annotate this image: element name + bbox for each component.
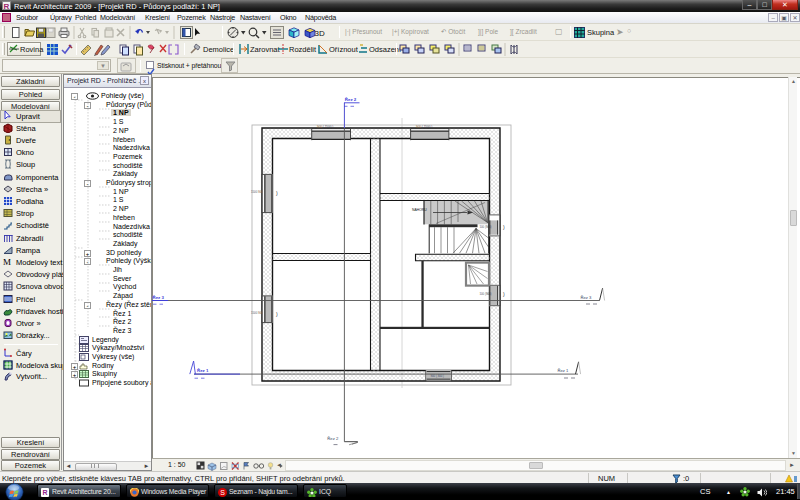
svg-text:100 (900): 100 (900) — [480, 225, 492, 229]
svg-text:): ) — [276, 190, 278, 196]
svg-text:Řez 1: Řez 1 — [197, 368, 209, 373]
svg-text:NAHORU: NAHORU — [412, 208, 427, 212]
svg-text:Řez 3: Řez 3 — [581, 295, 593, 300]
svg-text:Řez 1: Řez 1 — [558, 368, 570, 373]
svg-text:1500 900: 1500 900 — [251, 190, 263, 194]
svg-text:): ) — [503, 291, 505, 297]
svg-text:900 ( 1500 ): 900 ( 1500 ) — [416, 125, 432, 129]
svg-text:Řez 2: Řez 2 — [345, 97, 357, 102]
svg-text:1500 900: 1500 900 — [251, 311, 263, 315]
svg-text:900 ( 1500 ): 900 ( 1500 ) — [317, 125, 333, 129]
svg-text:): ) — [503, 224, 505, 230]
svg-text:100 (900): 100 (900) — [480, 292, 492, 296]
svg-text:Řez 2: Řez 2 — [327, 436, 339, 441]
svg-text:3D: 3D — [315, 29, 325, 38]
svg-text:): ) — [276, 311, 278, 317]
svg-text:Řez 3: Řez 3 — [153, 295, 165, 300]
